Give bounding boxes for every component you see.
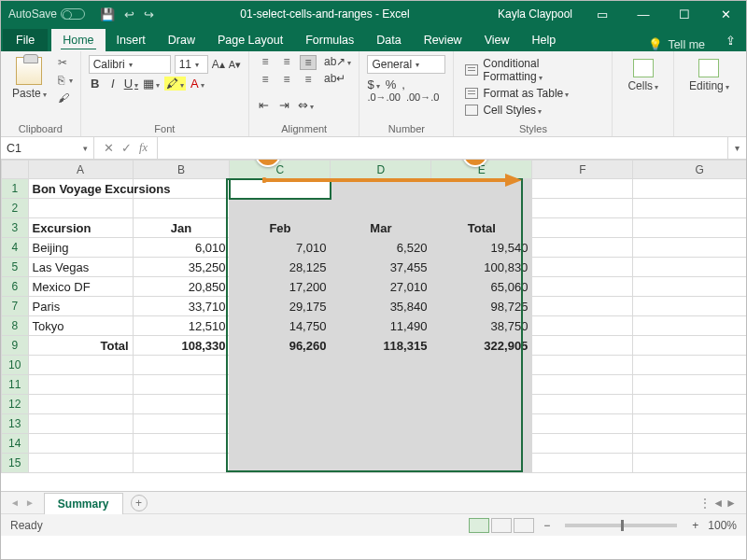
enter-icon[interactable]: ✓ xyxy=(121,141,132,155)
row-header[interactable]: 12 xyxy=(2,395,29,414)
cell[interactable] xyxy=(633,375,746,395)
cell[interactable] xyxy=(331,414,431,434)
cell[interactable]: Mexico DF xyxy=(28,277,133,297)
tab-scroll-right-icon[interactable]: ► xyxy=(25,497,35,508)
cell[interactable]: 12,510 xyxy=(133,316,230,336)
cell[interactable] xyxy=(633,356,746,375)
cell[interactable] xyxy=(633,336,746,356)
cell[interactable] xyxy=(133,454,230,473)
editing-button[interactable]: Editing xyxy=(682,55,737,96)
col-header-f[interactable]: F xyxy=(532,161,633,179)
comma-format-icon[interactable]: , xyxy=(402,77,405,91)
cell[interactable] xyxy=(633,434,746,454)
col-header-a[interactable]: A xyxy=(28,161,133,179)
cell[interactable] xyxy=(133,356,230,375)
row-header[interactable]: 9 xyxy=(2,336,29,356)
cell[interactable] xyxy=(633,454,746,473)
cell[interactable] xyxy=(230,395,331,414)
sheet-tab-summary[interactable]: Summary xyxy=(44,493,123,514)
cell[interactable] xyxy=(331,199,431,218)
cell[interactable]: 322,905 xyxy=(431,336,532,356)
cell[interactable] xyxy=(532,238,633,258)
align-top-icon[interactable]: ≡ xyxy=(257,55,274,70)
tab-draw[interactable]: Draw xyxy=(157,29,206,51)
zoom-in-button[interactable]: + xyxy=(692,519,698,532)
name-box[interactable]: C1▾ xyxy=(1,137,94,159)
copy-icon[interactable]: ⎘ xyxy=(58,73,73,88)
cell[interactable] xyxy=(331,375,431,395)
cell[interactable] xyxy=(28,375,133,395)
cell[interactable]: 7,010 xyxy=(230,238,331,258)
cell[interactable]: 96,260 xyxy=(230,336,331,356)
new-sheet-button[interactable]: + xyxy=(131,495,148,511)
cell[interactable]: Tokyo xyxy=(28,316,133,336)
shrink-font-icon[interactable]: A▾ xyxy=(229,59,241,71)
cell[interactable] xyxy=(633,238,746,258)
view-normal-icon[interactable] xyxy=(469,518,489,533)
tab-scroll-left-icon[interactable]: ◄ xyxy=(10,497,20,508)
cell[interactable] xyxy=(532,316,633,336)
tab-page-layout[interactable]: Page Layout xyxy=(206,29,294,51)
cell[interactable]: 108,330 xyxy=(133,336,230,356)
cell[interactable] xyxy=(431,199,532,218)
cell[interactable] xyxy=(532,395,633,414)
maximize-button[interactable]: ☐ xyxy=(664,1,705,27)
cell[interactable] xyxy=(532,356,633,375)
cell[interactable] xyxy=(133,434,230,454)
cell[interactable]: Jan xyxy=(133,218,230,238)
close-button[interactable]: ✕ xyxy=(705,1,746,27)
row-header[interactable]: 6 xyxy=(2,277,29,297)
row-header[interactable]: 4 xyxy=(2,238,29,258)
zoom-out-button[interactable]: − xyxy=(543,519,550,532)
tab-review[interactable]: Review xyxy=(413,29,473,51)
grow-font-icon[interactable]: A▴ xyxy=(212,58,225,71)
tab-home[interactable]: Home xyxy=(51,29,105,51)
cell[interactable] xyxy=(331,434,431,454)
tab-data[interactable]: Data xyxy=(365,29,412,51)
row-header[interactable]: 7 xyxy=(2,297,29,316)
cell[interactable] xyxy=(331,356,431,375)
row-header[interactable]: 5 xyxy=(2,258,29,277)
number-format-combo[interactable]: General▾ xyxy=(367,55,445,74)
redo-icon[interactable]: ↪ xyxy=(144,7,154,21)
cell[interactable] xyxy=(431,414,532,434)
percent-format-icon[interactable]: % xyxy=(386,77,397,91)
increase-indent-icon[interactable]: ⇥ xyxy=(277,98,290,112)
cell[interactable]: 35,840 xyxy=(331,297,431,316)
cell[interactable] xyxy=(133,375,230,395)
tab-insert[interactable]: Insert xyxy=(106,29,157,51)
font-size-combo[interactable]: 11▾ xyxy=(175,55,208,74)
column-headers[interactable]: A B C D E F G xyxy=(2,161,747,179)
cell[interactable] xyxy=(532,179,633,199)
decrease-decimal-icon[interactable]: .00→.0 xyxy=(406,91,439,103)
tell-me[interactable]: 💡 Tell me xyxy=(639,37,714,51)
undo-icon[interactable]: ↩ xyxy=(124,7,134,21)
cell[interactable] xyxy=(331,395,431,414)
wrap-text-icon[interactable]: ab↵ xyxy=(324,72,351,85)
cell[interactable]: 19,540 xyxy=(431,238,532,258)
view-layout-icon[interactable] xyxy=(491,518,512,533)
align-bottom-icon[interactable]: ≡ xyxy=(300,55,317,70)
cell[interactable] xyxy=(633,395,746,414)
cell[interactable] xyxy=(230,414,331,434)
formula-expand-icon[interactable]: ▾ xyxy=(727,137,746,159)
cell[interactable]: Excursion xyxy=(28,218,133,238)
cell[interactable] xyxy=(532,375,633,395)
cell[interactable] xyxy=(230,375,331,395)
select-all-corner[interactable] xyxy=(2,161,29,179)
align-left-icon[interactable]: ≡ xyxy=(257,73,274,86)
cell[interactable] xyxy=(532,297,633,316)
cell[interactable] xyxy=(431,375,532,395)
tab-formulas[interactable]: Formulas xyxy=(294,29,365,51)
align-middle-icon[interactable]: ≡ xyxy=(278,55,295,70)
decrease-indent-icon[interactable]: ⇤ xyxy=(257,98,270,112)
row-header[interactable]: 8 xyxy=(2,316,29,336)
underline-button[interactable]: U xyxy=(124,77,138,91)
cell[interactable] xyxy=(230,356,331,375)
cell[interactable] xyxy=(633,316,746,336)
cell[interactable] xyxy=(431,395,532,414)
row-header[interactable]: 2 xyxy=(2,199,29,218)
cell[interactable]: 17,200 xyxy=(230,277,331,297)
cell[interactable] xyxy=(230,199,331,218)
cell[interactable] xyxy=(230,454,331,473)
